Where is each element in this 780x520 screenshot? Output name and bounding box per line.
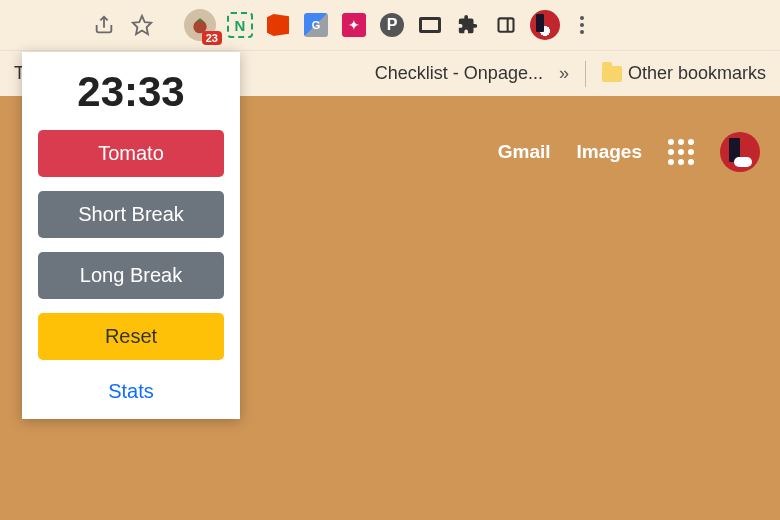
share-icon [93,14,115,36]
folder-icon [602,66,622,82]
profile-avatar-button[interactable] [530,10,560,40]
extension-office[interactable] [264,11,292,39]
extension-tomato-timer[interactable]: 23 [184,9,216,41]
google-page-header: Gmail Images [498,132,760,172]
browser-menu-button[interactable] [570,13,594,37]
long-break-button[interactable]: Long Break [38,252,224,299]
extension-rectangle[interactable] [416,11,444,39]
office-icon [267,14,289,36]
side-panel-icon [496,15,516,35]
side-panel-button[interactable] [492,11,520,39]
share-button[interactable] [90,11,118,39]
account-avatar-button[interactable] [720,132,760,172]
bookmark-label: Checklist - Onpage... [375,63,543,84]
pinterest-icon: P [380,13,404,37]
timer-display: 23:33 [77,68,184,116]
notion-icon: N [227,12,253,38]
bookmarks-overflow-button[interactable]: » [559,63,569,84]
svg-rect-2 [499,18,514,31]
other-bookmarks-button[interactable]: Other bookmarks [602,63,766,84]
images-link[interactable]: Images [577,141,642,163]
other-bookmarks-label: Other bookmarks [628,63,766,84]
bookmark-checklist[interactable]: Checklist - Onpage... [375,63,543,84]
reset-button[interactable]: Reset [38,313,224,360]
stats-link[interactable]: Stats [108,374,154,409]
extension-magic-wand[interactable]: ✦ [340,11,368,39]
tomato-timer-popup: 23:33 Tomato Short Break Long Break Rese… [22,52,240,419]
tomato-button[interactable]: Tomato [38,130,224,177]
browser-toolbar: 23 N G ✦ P [0,0,780,50]
extension-google-translate[interactable]: G [302,11,330,39]
wand-icon: ✦ [342,13,366,37]
extension-badge: 23 [202,31,222,45]
bookmarks-divider [585,61,586,87]
extensions-menu-button[interactable] [454,11,482,39]
star-icon [131,14,153,36]
rectangle-icon [419,17,441,33]
gmail-link[interactable]: Gmail [498,141,551,163]
short-break-button[interactable]: Short Break [38,191,224,238]
bookmark-star-button[interactable] [128,11,156,39]
google-apps-button[interactable] [668,139,694,165]
translate-icon: G [304,13,328,37]
extension-pinterest[interactable]: P [378,11,406,39]
svg-marker-0 [133,16,151,34]
extension-notion[interactable]: N [226,11,254,39]
puzzle-icon [457,14,479,36]
